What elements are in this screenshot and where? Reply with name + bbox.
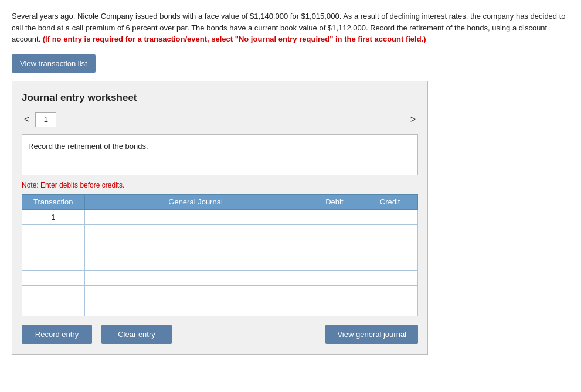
journal-entry-worksheet: Journal entry worksheet < 1 > Record the…	[12, 81, 428, 355]
general-journal-cell[interactable]	[84, 240, 307, 255]
general-journal-input[interactable]	[85, 271, 307, 285]
debit-cell[interactable]	[307, 209, 362, 224]
table-row	[22, 224, 418, 240]
general-journal-cell[interactable]	[84, 224, 307, 240]
worksheet-title: Journal entry worksheet	[22, 92, 418, 104]
page-navigation: < 1 >	[22, 112, 418, 127]
general-journal-cell[interactable]	[84, 270, 307, 285]
credit-input[interactable]	[362, 225, 417, 240]
table-row	[22, 255, 418, 270]
record-entry-button[interactable]: Record entry	[22, 325, 92, 344]
view-general-journal-button[interactable]: View general journal	[325, 325, 418, 344]
transaction-number-cell	[22, 255, 85, 270]
debit-input[interactable]	[307, 286, 362, 301]
debit-input[interactable]	[307, 210, 362, 224]
credit-input[interactable]	[362, 240, 417, 255]
debit-input[interactable]	[307, 240, 362, 255]
general-journal-input[interactable]	[85, 225, 307, 240]
debit-cell[interactable]	[307, 255, 362, 270]
credit-input[interactable]	[362, 271, 417, 285]
credit-input[interactable]	[362, 210, 417, 224]
general-journal-input[interactable]	[85, 301, 307, 316]
debit-cell[interactable]	[307, 301, 362, 316]
credit-input[interactable]	[362, 286, 417, 301]
general-journal-cell[interactable]	[84, 285, 307, 301]
page-number: 1	[35, 112, 56, 127]
general-journal-cell[interactable]	[84, 301, 307, 316]
prev-page-button[interactable]: <	[22, 114, 32, 125]
general-journal-input[interactable]	[85, 255, 307, 270]
next-page-button[interactable]: >	[408, 114, 418, 125]
table-row	[22, 285, 418, 301]
credit-input[interactable]	[362, 255, 417, 270]
general-journal-input[interactable]	[85, 210, 307, 224]
col-header-journal: General Journal	[84, 194, 307, 209]
transaction-number-cell	[22, 285, 85, 301]
transaction-number-cell	[22, 240, 85, 255]
credit-cell[interactable]	[362, 301, 418, 316]
intro-text-highlight: (If no entry is required for a transacti…	[43, 35, 426, 43]
general-journal-input[interactable]	[85, 240, 307, 255]
credit-cell[interactable]	[362, 224, 418, 240]
general-journal-cell[interactable]	[84, 209, 307, 224]
debit-input[interactable]	[307, 301, 362, 316]
intro-paragraph: Several years ago, Nicole Company issued…	[12, 11, 569, 45]
col-header-debit: Debit	[307, 194, 362, 209]
journal-table: Transaction General Journal Debit Credit…	[22, 194, 418, 316]
debit-input[interactable]	[307, 225, 362, 240]
clear-entry-button[interactable]: Clear entry	[101, 325, 172, 344]
transaction-number-cell: 1	[22, 209, 85, 224]
credit-cell[interactable]	[362, 255, 418, 270]
debit-input[interactable]	[307, 271, 362, 285]
general-journal-input[interactable]	[85, 286, 307, 301]
table-row	[22, 270, 418, 285]
debit-input[interactable]	[307, 255, 362, 270]
credit-input[interactable]	[362, 301, 417, 316]
transaction-number-cell	[22, 224, 85, 240]
credit-cell[interactable]	[362, 240, 418, 255]
debit-credit-note: Note: Enter debits before credits.	[22, 181, 418, 189]
table-row: 1	[22, 209, 418, 224]
transaction-number-cell	[22, 301, 85, 316]
general-journal-cell[interactable]	[84, 255, 307, 270]
transaction-description: Record the retirement of the bonds.	[22, 134, 418, 175]
credit-cell[interactable]	[362, 209, 418, 224]
table-row	[22, 301, 418, 316]
action-buttons: Record entry Clear entry View general jo…	[22, 325, 418, 344]
view-transaction-button[interactable]: View transaction list	[12, 54, 96, 73]
table-row	[22, 240, 418, 255]
credit-cell[interactable]	[362, 270, 418, 285]
col-header-transaction: Transaction	[22, 194, 85, 209]
debit-cell[interactable]	[307, 285, 362, 301]
debit-cell[interactable]	[307, 224, 362, 240]
debit-cell[interactable]	[307, 270, 362, 285]
credit-cell[interactable]	[362, 285, 418, 301]
col-header-credit: Credit	[362, 194, 418, 209]
transaction-number-cell	[22, 270, 85, 285]
debit-cell[interactable]	[307, 240, 362, 255]
